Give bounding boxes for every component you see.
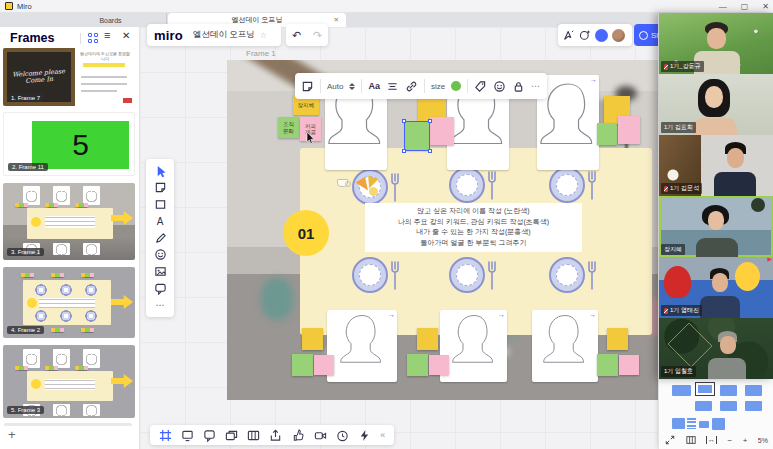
reactions-thumb-icon[interactable] xyxy=(292,429,305,442)
sticky-note[interactable] xyxy=(430,117,454,145)
reactions-icon[interactable] xyxy=(579,29,591,41)
sticky-note[interactable]: 조직 문화 xyxy=(278,117,299,138)
map-icon[interactable] xyxy=(686,435,696,445)
selection-handle[interactable] xyxy=(402,149,406,153)
avatar[interactable] xyxy=(595,29,608,42)
export-icon[interactable] xyxy=(269,429,282,442)
board-title[interactable]: 엘선데이 오프닝 xyxy=(193,29,255,41)
video-call-window[interactable]: 1기_강동규 1기 김효희 1기 김문석 장지혜 1기 염태진 1기 임철호 ▶ xyxy=(658,13,773,379)
present-icon[interactable] xyxy=(181,429,194,442)
shape-tool-icon[interactable] xyxy=(153,198,167,212)
more-icon[interactable]: ⋯ xyxy=(531,81,541,91)
layout-icon[interactable] xyxy=(247,429,260,442)
undo-icon[interactable]: ↶ xyxy=(292,29,301,42)
plate-graphic[interactable] xyxy=(549,257,585,293)
sticky-note[interactable] xyxy=(429,355,449,375)
autosize-label[interactable]: Auto xyxy=(327,82,343,91)
instructions-textbox[interactable]: 앉고 싶은 자리에 이름 작성 (노란색) 나의 주요 강의 키워드, 관심 키… xyxy=(365,203,582,252)
sticky-note-selected[interactable] xyxy=(405,122,429,150)
video-tile[interactable]: 1기 염태진 xyxy=(659,257,773,318)
zoom-level[interactable]: 5% xyxy=(758,437,768,444)
color-swatch[interactable] xyxy=(451,81,461,91)
video-tile[interactable]: 1기 임철호 xyxy=(659,318,773,379)
frame-title-label[interactable]: Frame 1 xyxy=(246,49,276,58)
sticky-note[interactable] xyxy=(407,354,428,376)
text-style-button[interactable]: Aa xyxy=(368,81,380,91)
plate-graphic[interactable] xyxy=(449,257,485,293)
image-tool-icon[interactable] xyxy=(153,265,167,279)
zone-number-circle[interactable]: 01 xyxy=(283,210,329,256)
plate-graphic[interactable] xyxy=(352,257,388,293)
minimap-frame[interactable] xyxy=(745,385,762,396)
minimap-panel[interactable]: ↔ − + 5% xyxy=(658,379,773,449)
video-icon[interactable] xyxy=(314,429,327,442)
frame-thumbnail-2[interactable]: 4. Frame 2 xyxy=(3,267,135,338)
minimap-viewport[interactable] xyxy=(695,382,715,396)
select-tool-icon[interactable] xyxy=(153,164,167,178)
sticky-note[interactable] xyxy=(417,328,438,350)
card-link-icon[interactable]: → xyxy=(589,311,596,318)
comments-icon[interactable] xyxy=(203,429,216,442)
fullscreen-icon[interactable] xyxy=(665,435,675,445)
maximize-icon[interactable]: ▢ xyxy=(741,2,749,11)
reaction-tool-icon[interactable] xyxy=(153,248,167,262)
minimap-frame[interactable] xyxy=(672,385,691,396)
sticky-note-icon[interactable] xyxy=(301,80,314,93)
pen-tool-icon[interactable] xyxy=(153,231,167,245)
tag-icon[interactable] xyxy=(474,80,487,93)
video-tile[interactable]: 1기 김문석 xyxy=(659,135,773,196)
card-link-icon[interactable]: → xyxy=(590,76,597,83)
plate-graphic[interactable] xyxy=(449,167,485,203)
frame-1[interactable]: 앉고 싶은 자리에 이름 작성 (노란색) 나의 주요 강의 키워드, 관심 키… xyxy=(227,60,658,400)
sticky-note[interactable] xyxy=(302,328,323,350)
minimap-frame[interactable] xyxy=(720,401,737,411)
sticky-note[interactable] xyxy=(597,123,617,145)
card-link-icon[interactable]: → xyxy=(498,311,505,318)
align-icon[interactable] xyxy=(386,80,399,93)
sticky-note[interactable] xyxy=(619,355,639,375)
panel-arrow-icon[interactable]: ▶ xyxy=(767,255,772,262)
minimap-frame[interactable] xyxy=(720,385,737,396)
selection-handle[interactable] xyxy=(428,149,432,153)
laser-pointer-icon[interactable] xyxy=(563,29,575,41)
minimap-frame[interactable] xyxy=(687,418,696,429)
redo-icon[interactable]: ↷ xyxy=(313,29,322,42)
sticky-note[interactable] xyxy=(618,116,640,144)
frame-thumbnail-11[interactable]: 5 2. Frame 11 xyxy=(3,112,135,176)
cards-icon[interactable] xyxy=(225,429,238,442)
timer-icon[interactable] xyxy=(336,429,349,442)
avatar[interactable] xyxy=(612,29,625,42)
selection-handle[interactable] xyxy=(402,119,406,123)
minimap-frame[interactable] xyxy=(672,418,685,429)
grid-view-icon[interactable] xyxy=(88,33,98,43)
plate-graphic[interactable] xyxy=(549,167,585,203)
sticky-tool-icon[interactable] xyxy=(153,181,167,195)
quick-actions-icon[interactable] xyxy=(358,429,371,442)
link-icon[interactable] xyxy=(405,80,418,93)
video-tile[interactable]: 1기 김효희 xyxy=(659,74,773,135)
close-icon[interactable]: ✕ xyxy=(762,2,769,11)
video-tile-speaking[interactable]: 장지혜 xyxy=(659,196,773,257)
head-card[interactable]: → xyxy=(532,310,598,382)
collapse-toolbar-icon[interactable]: « xyxy=(380,430,385,440)
sticky-note[interactable] xyxy=(292,354,313,376)
video-tile[interactable]: 1기_강동규 xyxy=(659,13,773,74)
plate-graphic[interactable] xyxy=(352,169,388,205)
frames-tool-icon[interactable] xyxy=(159,429,172,442)
minimap-frame[interactable] xyxy=(745,401,762,411)
minimap-frame[interactable] xyxy=(699,421,709,428)
frame-thumbnail-7[interactable]: Welcome please Come In 엘선데이에 오신것을 환영합니다 … xyxy=(3,48,135,106)
comment-tool-icon[interactable] xyxy=(153,281,167,295)
fit-to-screen-icon[interactable]: ↔ xyxy=(706,436,717,444)
lock-icon[interactable] xyxy=(512,80,525,93)
minimap-frame[interactable] xyxy=(695,401,712,411)
zoom-out-icon[interactable]: − xyxy=(728,436,733,445)
sticky-note[interactable] xyxy=(314,355,334,375)
selection-handle[interactable] xyxy=(428,119,432,123)
emoji-icon[interactable] xyxy=(493,80,506,93)
miro-logo[interactable]: miro xyxy=(154,28,183,43)
add-frame-button[interactable]: + xyxy=(8,427,16,442)
more-tools-icon[interactable]: ⋯ xyxy=(153,298,167,312)
card-link-icon[interactable]: → xyxy=(388,311,395,318)
panel-close-icon[interactable]: ✕ xyxy=(122,30,130,41)
